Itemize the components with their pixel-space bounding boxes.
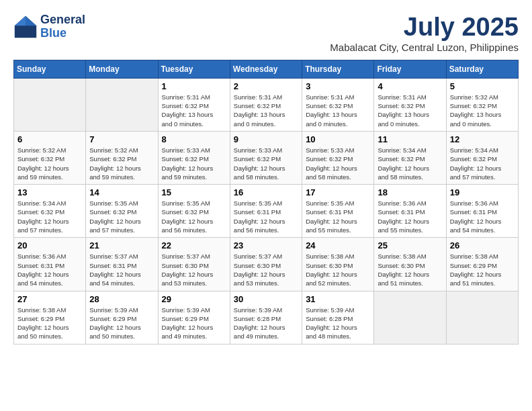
calendar-cell: 23Sunrise: 5:37 AM Sunset: 6:30 PM Dayli… bbox=[230, 238, 302, 291]
day-info: Sunrise: 5:39 AM Sunset: 6:28 PM Dayligh… bbox=[306, 306, 370, 341]
calendar-cell: 8Sunrise: 5:33 AM Sunset: 6:32 PM Daylig… bbox=[158, 131, 230, 184]
day-number: 25 bbox=[378, 240, 442, 250]
calendar-table: SundayMondayTuesdayWednesdayThursdayFrid… bbox=[13, 60, 519, 345]
location-subtitle: Mabalacat City, Central Luzon, Philippin… bbox=[330, 42, 519, 53]
weekday-header: Thursday bbox=[302, 60, 374, 78]
weekday-header: Saturday bbox=[446, 60, 518, 78]
day-number: 11 bbox=[378, 134, 442, 144]
day-number: 13 bbox=[17, 187, 82, 197]
calendar-cell: 14Sunrise: 5:35 AM Sunset: 6:32 PM Dayli… bbox=[86, 185, 158, 238]
day-number: 26 bbox=[450, 240, 515, 250]
day-info: Sunrise: 5:37 AM Sunset: 6:31 PM Dayligh… bbox=[89, 252, 154, 287]
day-info: Sunrise: 5:39 AM Sunset: 6:28 PM Dayligh… bbox=[234, 306, 298, 341]
calendar-cell: 31Sunrise: 5:39 AM Sunset: 6:28 PM Dayli… bbox=[302, 291, 374, 344]
month-title: July 2025 bbox=[330, 13, 519, 42]
calendar-cell: 2Sunrise: 5:31 AM Sunset: 6:32 PM Daylig… bbox=[230, 78, 302, 131]
day-info: Sunrise: 5:34 AM Sunset: 6:32 PM Dayligh… bbox=[378, 146, 442, 181]
calendar-cell: 22Sunrise: 5:37 AM Sunset: 6:30 PM Dayli… bbox=[158, 238, 230, 291]
calendar-cell bbox=[446, 291, 518, 344]
calendar-cell: 24Sunrise: 5:38 AM Sunset: 6:30 PM Dayli… bbox=[302, 238, 374, 291]
day-number: 20 bbox=[17, 240, 82, 250]
day-number: 17 bbox=[306, 187, 370, 197]
day-info: Sunrise: 5:38 AM Sunset: 6:30 PM Dayligh… bbox=[378, 252, 442, 287]
calendar-cell: 20Sunrise: 5:36 AM Sunset: 6:31 PM Dayli… bbox=[14, 238, 86, 291]
calendar-cell: 18Sunrise: 5:36 AM Sunset: 6:31 PM Dayli… bbox=[374, 185, 446, 238]
calendar-header-row: SundayMondayTuesdayWednesdayThursdayFrid… bbox=[14, 60, 519, 78]
logo: General Blue bbox=[13, 13, 85, 40]
day-info: Sunrise: 5:34 AM Sunset: 6:32 PM Dayligh… bbox=[17, 199, 82, 234]
day-info: Sunrise: 5:37 AM Sunset: 6:30 PM Dayligh… bbox=[234, 252, 298, 287]
svg-marker-1 bbox=[26, 16, 36, 26]
calendar-week-row: 13Sunrise: 5:34 AM Sunset: 6:32 PM Dayli… bbox=[14, 185, 519, 238]
calendar-cell: 3Sunrise: 5:31 AM Sunset: 6:32 PM Daylig… bbox=[302, 78, 374, 131]
day-number: 22 bbox=[162, 240, 226, 250]
calendar-cell: 30Sunrise: 5:39 AM Sunset: 6:28 PM Dayli… bbox=[230, 291, 302, 344]
calendar-cell bbox=[14, 78, 86, 131]
day-number: 8 bbox=[162, 134, 226, 144]
day-number: 1 bbox=[162, 81, 226, 91]
day-number: 3 bbox=[306, 81, 370, 91]
svg-marker-2 bbox=[15, 16, 26, 26]
calendar-week-row: 20Sunrise: 5:36 AM Sunset: 6:31 PM Dayli… bbox=[14, 238, 519, 291]
day-info: Sunrise: 5:36 AM Sunset: 6:31 PM Dayligh… bbox=[17, 252, 82, 287]
day-number: 28 bbox=[89, 294, 154, 304]
calendar-cell: 13Sunrise: 5:34 AM Sunset: 6:32 PM Dayli… bbox=[14, 185, 86, 238]
day-number: 2 bbox=[234, 81, 298, 91]
page-header: General Blue July 2025 Mabalacat City, C… bbox=[13, 13, 519, 53]
day-info: Sunrise: 5:33 AM Sunset: 6:32 PM Dayligh… bbox=[234, 146, 298, 181]
calendar-cell: 19Sunrise: 5:36 AM Sunset: 6:31 PM Dayli… bbox=[446, 185, 518, 238]
day-info: Sunrise: 5:31 AM Sunset: 6:32 PM Dayligh… bbox=[378, 93, 442, 128]
day-info: Sunrise: 5:35 AM Sunset: 6:31 PM Dayligh… bbox=[234, 199, 298, 234]
calendar-cell: 11Sunrise: 5:34 AM Sunset: 6:32 PM Dayli… bbox=[374, 131, 446, 184]
calendar-cell: 21Sunrise: 5:37 AM Sunset: 6:31 PM Dayli… bbox=[86, 238, 158, 291]
calendar-cell: 5Sunrise: 5:32 AM Sunset: 6:32 PM Daylig… bbox=[446, 78, 518, 131]
weekday-header: Friday bbox=[374, 60, 446, 78]
day-info: Sunrise: 5:35 AM Sunset: 6:32 PM Dayligh… bbox=[89, 199, 154, 234]
day-info: Sunrise: 5:31 AM Sunset: 6:32 PM Dayligh… bbox=[162, 93, 226, 128]
calendar-cell: 10Sunrise: 5:33 AM Sunset: 6:32 PM Dayli… bbox=[302, 131, 374, 184]
day-number: 27 bbox=[17, 294, 82, 304]
calendar-cell: 27Sunrise: 5:38 AM Sunset: 6:29 PM Dayli… bbox=[14, 291, 86, 344]
day-number: 21 bbox=[89, 240, 154, 250]
day-info: Sunrise: 5:35 AM Sunset: 6:32 PM Dayligh… bbox=[162, 199, 226, 234]
day-info: Sunrise: 5:32 AM Sunset: 6:32 PM Dayligh… bbox=[89, 146, 154, 181]
day-info: Sunrise: 5:32 AM Sunset: 6:32 PM Dayligh… bbox=[17, 146, 82, 181]
day-info: Sunrise: 5:38 AM Sunset: 6:29 PM Dayligh… bbox=[450, 252, 515, 287]
calendar-cell: 29Sunrise: 5:39 AM Sunset: 6:29 PM Dayli… bbox=[158, 291, 230, 344]
title-block: July 2025 Mabalacat City, Central Luzon,… bbox=[330, 13, 519, 53]
day-info: Sunrise: 5:39 AM Sunset: 6:29 PM Dayligh… bbox=[89, 306, 154, 341]
day-info: Sunrise: 5:33 AM Sunset: 6:32 PM Dayligh… bbox=[306, 146, 370, 181]
calendar-cell: 25Sunrise: 5:38 AM Sunset: 6:30 PM Dayli… bbox=[374, 238, 446, 291]
logo-text: General Blue bbox=[40, 13, 85, 40]
calendar-cell: 4Sunrise: 5:31 AM Sunset: 6:32 PM Daylig… bbox=[374, 78, 446, 131]
day-number: 30 bbox=[234, 294, 298, 304]
day-info: Sunrise: 5:36 AM Sunset: 6:31 PM Dayligh… bbox=[378, 199, 442, 234]
day-number: 9 bbox=[234, 134, 298, 144]
day-info: Sunrise: 5:31 AM Sunset: 6:32 PM Dayligh… bbox=[306, 93, 370, 128]
calendar-week-row: 1Sunrise: 5:31 AM Sunset: 6:32 PM Daylig… bbox=[14, 78, 519, 131]
weekday-header: Tuesday bbox=[158, 60, 230, 78]
day-number: 7 bbox=[89, 134, 154, 144]
day-number: 29 bbox=[162, 294, 226, 304]
calendar-cell bbox=[86, 78, 158, 131]
calendar-week-row: 27Sunrise: 5:38 AM Sunset: 6:29 PM Dayli… bbox=[14, 291, 519, 344]
day-info: Sunrise: 5:37 AM Sunset: 6:30 PM Dayligh… bbox=[162, 252, 226, 287]
day-number: 5 bbox=[450, 81, 515, 91]
day-number: 23 bbox=[234, 240, 298, 250]
calendar-cell: 9Sunrise: 5:33 AM Sunset: 6:32 PM Daylig… bbox=[230, 131, 302, 184]
day-number: 14 bbox=[89, 187, 154, 197]
day-number: 16 bbox=[234, 187, 298, 197]
weekday-header: Wednesday bbox=[230, 60, 302, 78]
day-info: Sunrise: 5:32 AM Sunset: 6:32 PM Dayligh… bbox=[450, 93, 515, 128]
day-number: 18 bbox=[378, 187, 442, 197]
calendar-cell: 12Sunrise: 5:34 AM Sunset: 6:32 PM Dayli… bbox=[446, 131, 518, 184]
day-number: 15 bbox=[162, 187, 226, 197]
calendar-cell: 28Sunrise: 5:39 AM Sunset: 6:29 PM Dayli… bbox=[86, 291, 158, 344]
day-number: 19 bbox=[450, 187, 515, 197]
calendar-cell: 1Sunrise: 5:31 AM Sunset: 6:32 PM Daylig… bbox=[158, 78, 230, 131]
day-number: 31 bbox=[306, 294, 370, 304]
logo-icon bbox=[13, 15, 38, 39]
weekday-header: Monday bbox=[86, 60, 158, 78]
day-info: Sunrise: 5:36 AM Sunset: 6:31 PM Dayligh… bbox=[450, 199, 515, 234]
calendar-cell: 26Sunrise: 5:38 AM Sunset: 6:29 PM Dayli… bbox=[446, 238, 518, 291]
